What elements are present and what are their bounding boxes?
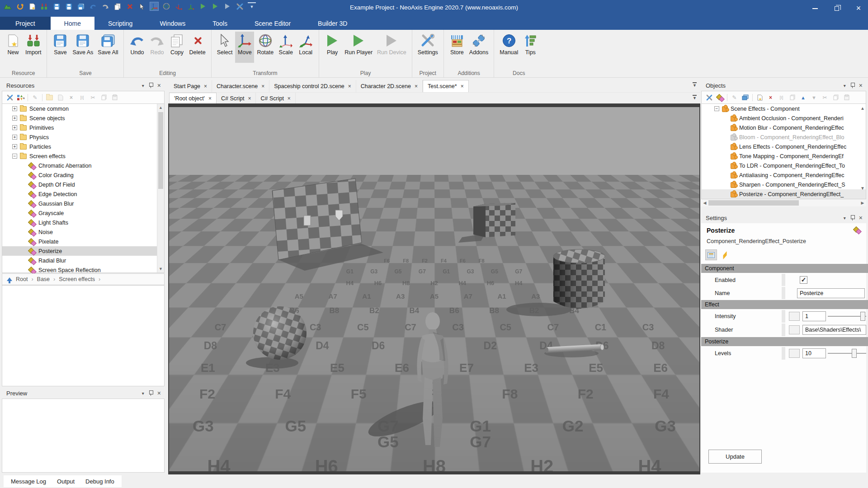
store-button[interactable]: Store [448, 32, 467, 63]
tree-item-depth-of-field[interactable]: Depth Of Field [2, 180, 164, 189]
effects-icon[interactable] [716, 94, 724, 101]
display-options-icon[interactable]: ▾ [17, 94, 24, 101]
close-icon[interactable]: × [248, 95, 251, 102]
default-value-box[interactable] [789, 325, 800, 334]
close-icon[interactable]: × [859, 214, 863, 221]
expand-icon[interactable]: + [12, 135, 17, 140]
tree-item-primitives[interactable]: +Primitives [2, 123, 164, 132]
tab-character-2d-scene[interactable]: Character 2D.scene× [356, 80, 423, 92]
object-item-lens-effects[interactable]: Lens Effects - Component_RenderingEffec [702, 142, 866, 151]
dropdown-icon[interactable]: ▾ [142, 391, 144, 396]
move-up-icon[interactable]: ▲ [799, 94, 807, 101]
move-button[interactable]: Move [235, 32, 254, 63]
tab-root-object[interactable]: 'Root object'× [169, 93, 217, 104]
menu-tab-scripting[interactable]: Scripting [94, 17, 146, 30]
tree-item-radial-blur[interactable]: Radial Blur [2, 256, 164, 265]
tree-item-edge-detection[interactable]: Edge Detection [2, 189, 164, 199]
menu-tab-scene-editor[interactable]: Scene Editor [241, 17, 304, 30]
close-icon[interactable]: × [288, 95, 291, 102]
expand-icon[interactable]: + [12, 125, 17, 130]
save-all-button[interactable]: Save All [96, 32, 120, 63]
up-level-icon[interactable] [7, 277, 12, 281]
tree-item-pixelate[interactable]: Pixelate [2, 237, 164, 246]
intensity-field[interactable] [802, 311, 826, 321]
resources-scrollbar[interactable]: ▲ ▼ [157, 104, 164, 272]
tab-message-log[interactable]: Message Log [6, 475, 51, 487]
close-icon[interactable]: × [204, 83, 207, 89]
expand-icon[interactable]: + [12, 144, 17, 149]
intensity-slider[interactable] [828, 311, 866, 321]
run-player-button[interactable]: Run Player [343, 32, 374, 63]
scrollbar-thumb[interactable] [708, 200, 799, 206]
scroll-right-icon[interactable]: ▶ [859, 201, 866, 205]
object-item-bloom[interactable]: Bloom - Component_RenderingEffect_Blo [702, 132, 866, 142]
collapse-icon[interactable]: − [12, 154, 17, 159]
scroll-down-icon[interactable]: ▼ [860, 186, 865, 191]
object-item-tone-mapping[interactable]: Tone Mapping - Component_RenderingEf [702, 151, 866, 161]
close-icon[interactable]: × [157, 82, 161, 89]
object-item-scene-effects[interactable]: −Scene Effects - Component [702, 104, 866, 113]
tab-spaceship-control-2d-scene[interactable]: Spaceship control 2D.scene× [269, 80, 356, 92]
tree-item-screen-effects[interactable]: −Screen effects [2, 151, 164, 161]
levels-slider[interactable] [828, 348, 866, 358]
close-button[interactable]: × [854, 4, 863, 14]
tree-item-scene-objects[interactable]: +Scene objects [2, 113, 164, 123]
breadcrumb-screen-effects[interactable]: Screen effects [59, 276, 95, 282]
windows-icon[interactable] [741, 94, 749, 101]
tools-icon[interactable] [6, 94, 14, 101]
object-item-to-ldr[interactable]: To LDR - Component_RenderingEffect_To [702, 161, 866, 170]
default-value-box[interactable] [789, 312, 800, 321]
tree-item-particles[interactable]: +Particles [2, 142, 164, 151]
tab-character-scene[interactable]: Character.scene× [212, 80, 269, 92]
properties-tab-icon[interactable] [705, 249, 717, 260]
scroll-up-icon[interactable]: ▲ [157, 104, 164, 111]
tree-item-scene-common[interactable]: +Scene common [2, 104, 164, 113]
tab-csharp-script-1[interactable]: C# Script× [217, 93, 256, 104]
name-field[interactable] [797, 288, 865, 298]
tips-button[interactable]: Tips [521, 32, 540, 63]
scroll-left-icon[interactable]: ◀ [701, 201, 708, 205]
close-icon[interactable]: × [261, 83, 264, 89]
save-as-button[interactable]: Save As [71, 32, 95, 63]
tree-item-chromatic-aberration[interactable]: Chromatic Aberration [2, 161, 164, 170]
dropdown-icon[interactable]: ▾ [844, 216, 846, 221]
scene-viewport[interactable]: F6 F8 F2 F4 F6 F8 G1 G3 G5 G7 G1 G3 G5 G… [169, 107, 699, 471]
breadcrumb-root[interactable]: Root [16, 276, 28, 282]
levels-field[interactable] [802, 348, 826, 358]
update-button[interactable]: Update [708, 450, 762, 464]
scroll-down-icon[interactable]: ▼ [157, 265, 164, 272]
delete-button[interactable]: Delete [187, 32, 207, 63]
scale-button[interactable]: Scale [276, 32, 295, 63]
settings-button[interactable]: Settings [416, 32, 440, 63]
enabled-checkbox[interactable]: ✓ [800, 276, 807, 284]
copy-button[interactable]: Copy [167, 32, 186, 63]
manual-button[interactable]: ? Manual [498, 32, 520, 63]
menu-tab-home[interactable]: Home [51, 17, 94, 30]
tree-item-posterize[interactable]: Posterize [2, 246, 164, 256]
object-item-sharpen[interactable]: Sharpen - Component_RenderingEffect_S [702, 180, 866, 189]
collapse-icon[interactable]: − [714, 106, 719, 111]
tab-csharp-script-2[interactable]: C# Script× [256, 93, 295, 104]
undo-button[interactable]: Undo [127, 32, 146, 63]
object-item-antialiasing[interactable]: Antialiasing - Component_RenderingEffec [702, 170, 866, 180]
new-button[interactable]: ★ New [4, 32, 23, 63]
new-object-icon[interactable]: ★ [756, 94, 764, 101]
default-value-box[interactable] [789, 349, 800, 358]
tab-overflow-icon[interactable]: ▼ [693, 95, 697, 100]
import-button[interactable]: Import [24, 32, 43, 63]
local-button[interactable]: Local [296, 32, 315, 63]
pin-icon[interactable] [149, 83, 153, 88]
tab-overflow-icon[interactable]: ▼ [693, 82, 697, 87]
menu-tab-windows[interactable]: Windows [146, 17, 199, 30]
pin-icon[interactable] [850, 215, 854, 221]
save-button[interactable]: Save [51, 32, 70, 63]
objects-h-scrollbar[interactable]: ◀ ▶ [701, 199, 866, 206]
close-icon[interactable]: × [348, 83, 351, 89]
tree-item-noise[interactable]: Noise [2, 227, 164, 237]
minimize-button[interactable] [810, 4, 820, 14]
close-icon[interactable]: × [415, 83, 418, 89]
dropdown-icon[interactable]: ▾ [844, 83, 846, 88]
tools-icon[interactable] [705, 94, 713, 101]
select-button[interactable]: Select [215, 32, 235, 63]
tree-item-color-grading[interactable]: Color Grading [2, 170, 164, 180]
